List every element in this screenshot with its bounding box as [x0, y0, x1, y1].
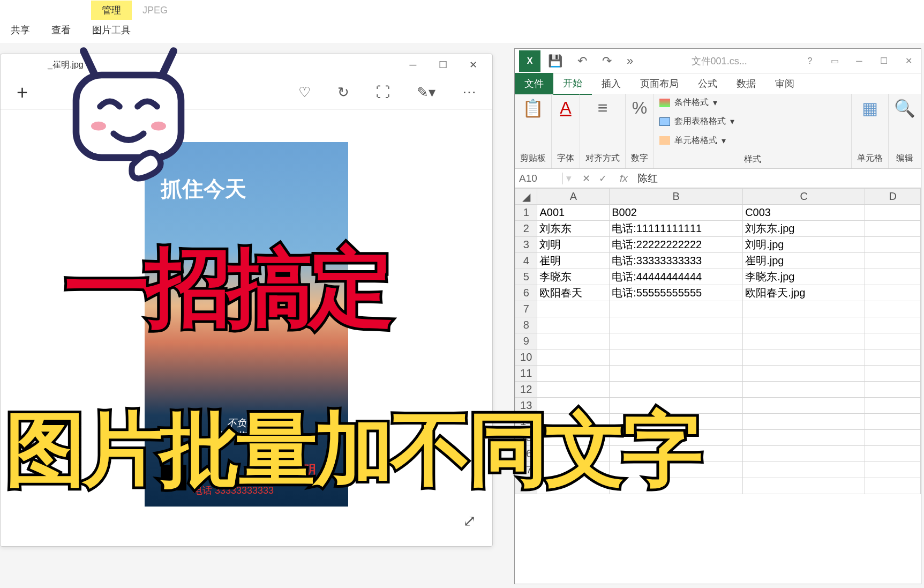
close-button[interactable]: ✕ [458, 54, 488, 76]
row-header[interactable]: 10 [515, 349, 537, 366]
tab-file[interactable]: 文件 [515, 73, 553, 94]
col-header-a[interactable]: A [537, 189, 610, 205]
row-header[interactable]: 4 [515, 253, 537, 269]
cell[interactable] [610, 333, 743, 349]
cell[interactable]: 刘东东 [537, 221, 610, 237]
cell[interactable] [537, 301, 610, 317]
row-header[interactable]: 7 [515, 301, 537, 317]
cell-format-button[interactable]: 单元格格式 ▾ [659, 135, 846, 146]
cell[interactable] [865, 269, 921, 285]
ribbon-share[interactable]: 共享 [11, 24, 30, 36]
cell[interactable] [743, 317, 865, 333]
paste-icon[interactable]: 📋 [522, 98, 544, 118]
fx-accept-icon[interactable]: ✓ [599, 173, 607, 184]
cell[interactable] [610, 382, 743, 398]
table-format-button[interactable]: 套用表格格式 ▾ [659, 116, 846, 127]
cell[interactable] [743, 382, 865, 398]
col-header-b[interactable]: B [610, 189, 743, 205]
percent-icon[interactable]: % [632, 98, 647, 118]
cell[interactable]: 李晓东.jpg [743, 269, 865, 285]
cell[interactable] [865, 205, 921, 221]
cell[interactable]: B002 [610, 205, 743, 221]
row-header[interactable]: 12 [515, 382, 537, 398]
cell[interactable] [743, 333, 865, 349]
cell[interactable] [537, 317, 610, 333]
font-icon[interactable]: A [560, 98, 571, 118]
qat-more-icon[interactable]: » [627, 54, 633, 68]
table-row[interactable]: 11 [515, 366, 921, 382]
excel-close-button[interactable]: ✕ [896, 49, 921, 73]
tab-manage[interactable]: 管理 [91, 1, 132, 20]
cell[interactable]: 电话:22222222222 [610, 237, 743, 253]
undo-icon[interactable]: ↶ [577, 54, 587, 68]
heart-icon[interactable]: ♡ [298, 84, 311, 101]
cell[interactable] [537, 333, 610, 349]
select-all-corner[interactable]: ◢ [515, 189, 537, 205]
cell[interactable] [610, 301, 743, 317]
row-header[interactable]: 6 [515, 285, 537, 301]
col-header-d[interactable]: D [865, 189, 921, 205]
cell[interactable]: 刘东东.jpg [743, 221, 865, 237]
tab-jpeg[interactable]: JPEG [132, 2, 178, 19]
cell[interactable] [865, 382, 921, 398]
cell[interactable] [865, 317, 921, 333]
cell[interactable] [865, 301, 921, 317]
cell[interactable]: 电话:44444444444 [610, 269, 743, 285]
table-row[interactable]: 3 刘明 电话:22222222222 刘明.jpg [515, 237, 921, 253]
cell[interactable] [865, 285, 921, 301]
cell[interactable] [610, 317, 743, 333]
crop-icon[interactable]: ⛶ [376, 84, 390, 101]
ribbon-picture-tools[interactable]: 图片工具 [92, 24, 131, 36]
row-header[interactable]: 2 [515, 221, 537, 237]
fx-cancel-icon[interactable]: ✕ [582, 173, 590, 184]
tab-review[interactable]: 审阅 [765, 73, 804, 94]
fullscreen-icon[interactable]: ⤢ [463, 511, 476, 530]
ribbon-options-icon[interactable]: ▭ [822, 49, 847, 73]
save-icon[interactable]: 💾 [548, 54, 562, 68]
table-row[interactable]: 4 崔明 电话:33333333333 崔明.jpg [515, 253, 921, 269]
cell[interactable] [537, 349, 610, 366]
table-row[interactable]: 5 李晓东 电话:44444444444 李晓东.jpg [515, 269, 921, 285]
row-header[interactable]: 9 [515, 333, 537, 349]
cell[interactable]: 李晓东 [537, 269, 610, 285]
cell[interactable]: 电话:11111111111 [610, 221, 743, 237]
cells-icon[interactable]: ▦ [862, 98, 878, 118]
tab-page-layout[interactable]: 页面布局 [630, 73, 688, 94]
cell[interactable] [865, 349, 921, 366]
excel-maximize-button[interactable]: ☐ [872, 49, 896, 73]
row-header[interactable]: 3 [515, 237, 537, 253]
more-icon[interactable]: ⋯ [462, 84, 476, 101]
col-header-c[interactable]: C [743, 189, 865, 205]
maximize-button[interactable]: ☐ [428, 54, 458, 76]
cell[interactable]: 刘明 [537, 237, 610, 253]
align-icon[interactable]: ≡ [598, 98, 608, 118]
tab-home[interactable]: 开始 [553, 72, 592, 95]
cell[interactable] [743, 349, 865, 366]
table-row[interactable]: 7 [515, 301, 921, 317]
cell[interactable] [865, 253, 921, 269]
redo-icon[interactable]: ↷ [602, 54, 612, 68]
rotate-icon[interactable]: ↻ [337, 84, 349, 101]
cell[interactable] [743, 366, 865, 382]
cell[interactable]: C003 [743, 205, 865, 221]
name-box[interactable]: A10 [515, 173, 563, 184]
table-row[interactable]: 8 [515, 317, 921, 333]
cell[interactable]: 崔明.jpg [743, 253, 865, 269]
row-header[interactable]: 8 [515, 317, 537, 333]
cell[interactable] [743, 301, 865, 317]
formula-input[interactable]: 陈红 [633, 172, 662, 185]
cell[interactable] [865, 221, 921, 237]
table-row[interactable]: 6 欧阳春天 电话:55555555555 欧阳春天.jpg [515, 285, 921, 301]
table-row[interactable]: 12 [515, 382, 921, 398]
cell[interactable]: 电话:33333333333 [610, 253, 743, 269]
cell[interactable]: 欧阳春天 [537, 285, 610, 301]
minimize-button[interactable]: ─ [398, 54, 428, 76]
table-row[interactable]: 2 刘东东 电话:11111111111 刘东东.jpg [515, 221, 921, 237]
row-header[interactable]: 11 [515, 366, 537, 382]
cell[interactable] [865, 366, 921, 382]
cell[interactable]: A001 [537, 205, 610, 221]
cell[interactable] [610, 366, 743, 382]
cell[interactable] [865, 333, 921, 349]
table-row[interactable]: 1 A001 B002 C003 [515, 205, 921, 221]
find-icon[interactable]: 🔍 [894, 98, 915, 118]
